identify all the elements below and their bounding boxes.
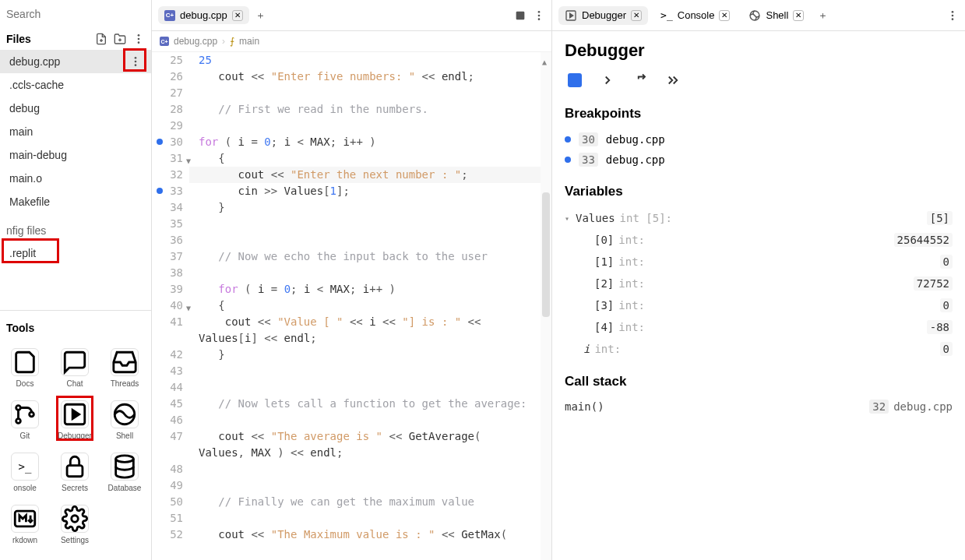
new-folder-icon[interactable] [114, 33, 126, 45]
tool-shell[interactable]: Shell [100, 394, 150, 446]
code-line[interactable]: cin >> Values[1]; [189, 183, 541, 199]
code-line[interactable] [189, 85, 541, 101]
scroll-up-arrow[interactable]: ▲ [542, 54, 547, 70]
more-vertical-icon[interactable] [132, 33, 145, 45]
close-icon[interactable]: ✕ [719, 10, 730, 21]
scrollbar-thumb[interactable] [542, 192, 550, 317]
tool-chat[interactable]: Chat [50, 342, 100, 394]
step-into-button[interactable] [633, 73, 647, 87]
gutter-line[interactable]: 44 [152, 379, 183, 396]
code-content[interactable]: 25 cout << "Enter five numbers: " << end… [189, 52, 541, 560]
code-line[interactable] [189, 232, 541, 248]
step-over-button[interactable] [600, 73, 615, 87]
gutter-line[interactable]: 35 [152, 216, 183, 232]
code-line[interactable]: { [189, 150, 541, 167]
tab-debugger[interactable]: Debugger ✕ [558, 6, 648, 25]
gutter-line[interactable]: 48 [152, 461, 183, 477]
code-line[interactable] [189, 477, 541, 494]
file-item-main-o[interactable]: main.o [0, 167, 151, 190]
breakpoint-item[interactable]: 33debug.cpp [565, 150, 953, 170]
gutter-line[interactable]: 50 [152, 494, 183, 510]
code-line[interactable]: } [189, 347, 541, 363]
breakpoint-item[interactable]: 30debug.cpp [565, 129, 953, 150]
code-line[interactable] [189, 363, 541, 379]
code-line[interactable]: { [189, 298, 541, 314]
gutter-line[interactable]: 49 [152, 477, 183, 494]
tool-settings[interactable]: Settings [50, 498, 100, 551]
code-line[interactable]: cout << "The Maximum value is : " << Get… [189, 527, 541, 543]
editor-tab-debug-cpp[interactable]: C+ debug.cpp ✕ [158, 6, 249, 24]
variable-row[interactable]: [4]int:-88 [562, 316, 956, 338]
code-line[interactable] [189, 510, 541, 527]
close-icon[interactable]: ✕ [793, 10, 804, 21]
file-item-debug[interactable]: debug [0, 97, 151, 120]
more-vertical-icon[interactable] [129, 55, 142, 68]
gutter-line[interactable]: 46 [152, 412, 183, 428]
code-line[interactable] [189, 118, 541, 134]
code-line[interactable] [189, 265, 541, 281]
breadcrumb[interactable]: C+ debug.cpp › ⨍ main [152, 31, 551, 52]
code-line[interactable]: cout << "Enter the next number : "; [189, 167, 541, 183]
code-line[interactable]: Values, MAX ) << endl; [189, 445, 541, 461]
gutter-line[interactable]: 45 [152, 396, 183, 412]
code-line[interactable]: // Finally we can get the maximum value [189, 494, 541, 510]
gutter-line[interactable]: 42 [152, 347, 183, 363]
gutter-line[interactable]: 30 [152, 134, 183, 150]
code-line[interactable]: cout << "Value [ " << i << "] is : " << [189, 314, 541, 330]
gutter-line[interactable]: 26 [152, 69, 183, 85]
variable-row-values[interactable]: ▾Valuesint [5]:[5] [562, 207, 956, 229]
callstack-row[interactable]: main()32debug.cpp [565, 397, 953, 416]
tool-debugger[interactable]: Debugger [50, 394, 100, 446]
gutter-line[interactable]: 25 [152, 52, 183, 69]
search-input[interactable] [6, 8, 145, 20]
file-item-main-debug[interactable]: main-debug [0, 143, 151, 167]
file-item-main[interactable]: main [0, 120, 151, 143]
tool-threads[interactable]: Threads [100, 342, 150, 394]
gutter-line[interactable]: 38 [152, 265, 183, 281]
code-line[interactable]: // Now we echo the input back to the use… [189, 248, 541, 265]
code-line[interactable]: cout << "Enter five numbers: " << endl; [189, 69, 541, 85]
code-line[interactable] [189, 412, 541, 428]
gutter-line[interactable]: 34 [152, 199, 183, 216]
fold-icon[interactable]: ▼ [186, 153, 191, 169]
gutter-line[interactable]: 27 [152, 85, 183, 101]
gutter-line[interactable]: 28 [152, 101, 183, 118]
tool-onsole[interactable]: >_onsole [0, 446, 50, 498]
new-file-icon[interactable] [95, 33, 107, 45]
new-tab-icon[interactable]: ＋ [816, 9, 829, 22]
gutter-line[interactable]: 31▼ [152, 150, 183, 167]
gutter[interactable]: 25262728293031▼323334353637383940▼414243… [152, 52, 189, 560]
variable-row-i[interactable]: iint:0 [562, 338, 956, 360]
chevron-down-icon[interactable]: ▾ [565, 214, 576, 223]
file-item--ccls-cache[interactable]: .ccls-cache [0, 73, 151, 97]
stop-button[interactable] [568, 73, 582, 87]
tool-docs[interactable]: Docs [0, 342, 50, 394]
config-file--replit[interactable]: .replit [0, 241, 151, 265]
code-line[interactable]: for ( i = 0; i < MAX; i++ ) [189, 281, 541, 298]
variable-row[interactable]: [3]int:0 [562, 294, 956, 316]
vertical-scrollbar[interactable]: ▲ [541, 52, 551, 560]
tool-secrets[interactable]: Secrets [50, 446, 100, 498]
gutter-line[interactable] [152, 330, 183, 347]
tab-console[interactable]: >_ Console ✕ [654, 6, 736, 24]
gutter-line[interactable]: 33 [152, 183, 183, 199]
gutter-line[interactable]: 39 [152, 281, 183, 298]
tool-database[interactable]: Database [100, 446, 150, 498]
layout-icon[interactable] [514, 9, 527, 22]
code-line[interactable]: 25 [189, 52, 541, 69]
gutter-line[interactable]: 36 [152, 232, 183, 248]
more-vertical-icon[interactable] [946, 9, 959, 22]
code-line[interactable]: for ( i = 0; i < MAX; i++ ) [189, 134, 541, 150]
gutter-line[interactable]: 52 [152, 527, 183, 543]
code-line[interactable] [189, 379, 541, 396]
code-line[interactable] [189, 216, 541, 232]
gutter-line[interactable]: 51 [152, 510, 183, 527]
gutter-line[interactable]: 43 [152, 363, 183, 379]
close-icon[interactable]: ✕ [631, 10, 642, 21]
code-line[interactable] [189, 461, 541, 477]
code-line[interactable]: cout << "The average is " << GetAverage( [189, 428, 541, 445]
code-editor[interactable]: 25262728293031▼323334353637383940▼414243… [152, 52, 551, 560]
more-vertical-icon[interactable] [533, 9, 545, 22]
code-line[interactable]: Values[i] << endl; [189, 330, 541, 347]
close-icon[interactable]: ✕ [232, 10, 243, 21]
